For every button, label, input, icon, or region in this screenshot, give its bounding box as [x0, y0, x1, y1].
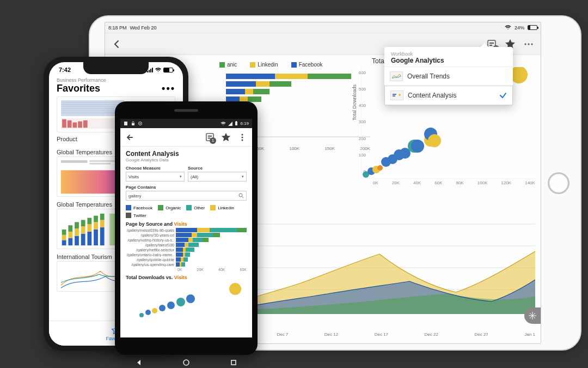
popover-item-content-analysis[interactable]: Content Analysis: [384, 86, 513, 105]
svg-line-119: [242, 197, 244, 198]
back-icon[interactable]: [125, 132, 136, 143]
svg-rect-85: [68, 238, 72, 246]
svg-text:Downloads: Downloads: [126, 291, 126, 307]
source-select[interactable]: (All)▾: [188, 172, 247, 182]
source-value: (All): [191, 174, 198, 179]
android-screen: 6:19 1 Content Analysis Google Analytics…: [120, 119, 252, 337]
back-icon[interactable]: [111, 38, 124, 51]
hbar-row: /gallery/taleof100: [126, 243, 247, 247]
svg-rect-11: [270, 81, 291, 87]
hbar-row-label: /gallery/gobble-gobble: [126, 258, 176, 262]
scatter-section-title: Total Downloads vs. Visits: [126, 275, 247, 280]
svg-point-116: [242, 136, 243, 138]
hbar-section-title: Page by Source and Visits: [126, 221, 247, 227]
ipad-home-button[interactable]: [548, 172, 569, 194]
iphone-subtitle: Business Performance: [57, 77, 175, 83]
source-label: Source: [188, 166, 247, 171]
xtick: 100K: [289, 146, 299, 151]
status-time: 8:18 PM: [108, 25, 127, 31]
page-contains-label: Page Contains: [126, 185, 247, 190]
svg-rect-97: [94, 230, 98, 245]
status-date: Wed Feb 20: [130, 25, 157, 31]
page-contains-input[interactable]: gallery: [126, 191, 247, 201]
hbar-row-label: /gallery/voting-history-us-s..: [126, 238, 176, 242]
popover-item-label: Content Analysis: [408, 92, 495, 99]
svg-point-109: [140, 123, 141, 124]
svg-rect-83: [62, 235, 66, 240]
android-content: Content Analysis Google Analytics Data C…: [120, 147, 252, 337]
svg-rect-68: [62, 119, 66, 128]
wifi-icon: [505, 25, 511, 30]
android-speaker: [174, 109, 198, 112]
iphone-title: Favorites: [57, 83, 100, 94]
svg-rect-82: [62, 240, 66, 245]
svg-rect-102: [100, 214, 105, 220]
svg-point-3: [524, 43, 526, 45]
settings-icon: [138, 121, 143, 126]
ipad-legend: anic Linkedin Facebook: [219, 62, 323, 68]
cell-signal-icon: [228, 122, 232, 126]
svg-rect-74: [61, 160, 88, 163]
svg-point-121: [139, 313, 144, 317]
svg-rect-13: [245, 89, 253, 94]
wifi-icon: [220, 122, 226, 126]
nav-home-icon[interactable]: [182, 359, 190, 366]
nav-recents-icon[interactable]: [230, 359, 237, 366]
android-scatter-chart: Downloads: [126, 282, 247, 322]
svg-point-45: [428, 134, 441, 147]
check-icon: [499, 92, 507, 99]
area-xticks: Dec 2Dec 7Dec 12Dec 17Dec 22Dec 27Jan 1: [229, 332, 535, 337]
filter-icon[interactable]: 1: [204, 132, 215, 143]
xtick: 150K: [324, 146, 335, 151]
svg-rect-52: [393, 94, 396, 95]
nav-back-icon[interactable]: [135, 359, 143, 366]
svg-rect-71: [78, 122, 82, 128]
measure-select[interactable]: Visits▾: [126, 172, 185, 182]
svg-rect-96: [87, 218, 91, 225]
hbar-row-label: /gallery/ontario-baby-name..: [126, 253, 176, 257]
search-icon: [238, 193, 244, 198]
battery-icon: [163, 68, 173, 73]
svg-point-128: [229, 283, 241, 295]
svg-point-36: [377, 165, 383, 171]
popover-subtitle: Workbook: [391, 51, 506, 57]
svg-rect-17: [248, 96, 261, 102]
popover-item-label: Overall Trends: [407, 73, 507, 80]
svg-rect-93: [81, 220, 85, 226]
hbar-row-label: /gallery/messi039s-86-goals: [126, 228, 176, 232]
svg-rect-89: [75, 228, 79, 236]
status-time: 7:42: [59, 67, 71, 73]
svg-point-118: [239, 194, 242, 197]
android-device: 6:19 1 Content Analysis Google Analytics…: [115, 101, 258, 355]
svg-point-122: [145, 310, 151, 315]
ipad-status-bar: 8:18 PM Wed Feb 20 24%: [105, 22, 541, 33]
svg-rect-110: [235, 122, 237, 125]
popover-item-overall-trends[interactable]: Overall Trends: [384, 67, 513, 86]
svg-rect-99: [94, 216, 98, 222]
svg-rect-130: [231, 360, 236, 365]
more-icon[interactable]: [237, 132, 248, 143]
android-hbar-chart: /gallery/messi039s-86-goals/gallery/30-y…: [126, 228, 247, 267]
hbar-row: /gallery/messi039s-86-goals: [126, 228, 247, 232]
measure-value: Visits: [128, 174, 139, 179]
hbar-xaxis: 0K20K40K60K: [177, 268, 247, 272]
hbar-row: /gallery/netflix-selector: [126, 248, 247, 252]
svg-rect-113: [207, 136, 212, 137]
star-icon[interactable]: [220, 132, 231, 143]
svg-point-42: [411, 140, 424, 153]
hbar-row-label: /gallery/us-spending-care: [126, 263, 176, 267]
hbar-row: /gallery/gobble-gobble: [126, 257, 247, 262]
hbar-row: /gallery/voting-history-us-s..: [126, 238, 247, 242]
status-battery-text: 24%: [514, 25, 524, 31]
svg-rect-2: [489, 45, 492, 46]
hbar-row-label: /gallery/taleof100: [126, 243, 176, 247]
expand-controls-button[interactable]: [524, 307, 541, 324]
svg-rect-86: [68, 232, 72, 238]
more-icon[interactable]: •••: [162, 83, 175, 94]
android-status-bar: 6:19: [120, 119, 252, 128]
battery-icon: [528, 25, 537, 30]
content-title: Content Analysis: [126, 150, 247, 158]
iphone-header: Business Performance Favorites •••: [49, 77, 183, 96]
svg-rect-69: [68, 120, 72, 128]
more-icon[interactable]: [522, 38, 535, 51]
